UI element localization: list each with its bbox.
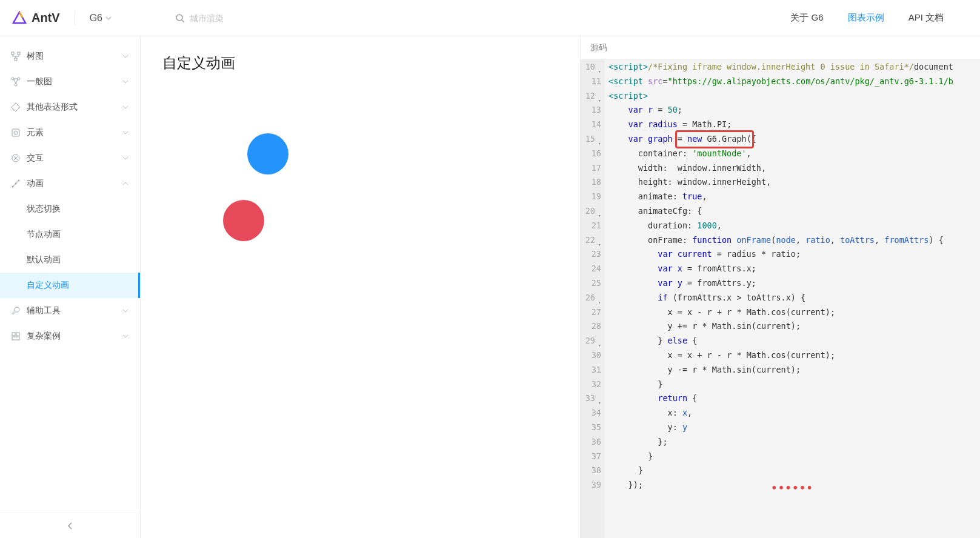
- search: [175, 13, 776, 23]
- animation-icon: [11, 179, 21, 188]
- logo[interactable]: AntV: [12, 11, 60, 25]
- code-lines[interactable]: <script>/*Fixing iframe window.innerHeig…: [605, 60, 980, 538]
- sidebar-label: 其他表达形式: [27, 102, 116, 113]
- search-icon: [175, 13, 185, 23]
- node-blue[interactable]: [247, 133, 288, 174]
- sidebar-item-state[interactable]: 状态切换: [0, 196, 140, 222]
- sidebar-label: 元素: [27, 127, 116, 138]
- chevron-up-icon: [122, 180, 129, 187]
- nav-about[interactable]: 关于 G6: [790, 12, 823, 24]
- search-input[interactable]: [190, 13, 311, 23]
- interact-icon: [11, 153, 21, 163]
- sidebar-group-other[interactable]: 其他表达形式: [0, 95, 140, 120]
- ellipsis-annotation: ••••••: [772, 481, 814, 496]
- chevron-down-icon: [122, 53, 129, 60]
- tool-icon: [11, 306, 21, 316]
- svg-rect-14: [12, 337, 19, 340]
- svg-rect-13: [16, 333, 19, 336]
- node-red[interactable]: [223, 200, 264, 241]
- graph-icon: [11, 77, 21, 87]
- code-tab-source[interactable]: 源码: [581, 36, 980, 60]
- header: AntV G6 关于 G6 图表示例 API 文档: [0, 0, 980, 36]
- sidebar-group-animation[interactable]: 动画: [0, 171, 140, 196]
- svg-point-0: [176, 15, 182, 21]
- sidebar-group-interact[interactable]: 交互: [0, 145, 140, 171]
- sidebar-item-custom-anim[interactable]: 自定义动画: [0, 273, 140, 298]
- svg-point-5: [18, 78, 20, 80]
- svg-point-8: [14, 131, 18, 134]
- sidebar-group-element[interactable]: 元素: [0, 120, 140, 145]
- element-icon: [11, 128, 21, 138]
- svg-rect-2: [18, 52, 20, 55]
- sidebar-label: 树图: [27, 51, 116, 62]
- brand-text: AntV: [32, 11, 60, 25]
- svg-point-6: [15, 84, 17, 86]
- sidebar-item-default-anim[interactable]: 默认动画: [0, 247, 140, 273]
- separator: [75, 11, 75, 25]
- chevron-down-icon: [122, 78, 129, 85]
- sidebar-group-general[interactable]: 一般图: [0, 69, 140, 95]
- sidebar-label: 动画: [27, 178, 116, 189]
- sidebar-label: 一般图: [27, 76, 116, 87]
- preview-canvas[interactable]: [162, 85, 558, 327]
- product-dropdown[interactable]: G6: [90, 13, 112, 24]
- complex-icon: [11, 331, 21, 341]
- nav-api[interactable]: API 文档: [908, 12, 944, 24]
- preview-panel: 自定义动画: [141, 36, 580, 538]
- svg-point-4: [12, 78, 14, 80]
- sidebar-label: 复杂案例: [27, 331, 116, 342]
- chevron-down-icon: [122, 307, 129, 314]
- sidebar-group-tree[interactable]: 树图: [0, 44, 140, 69]
- product-label: G6: [90, 13, 102, 24]
- svg-rect-3: [15, 58, 17, 61]
- chevron-down-icon: [122, 154, 129, 162]
- chevron-left-icon: [66, 522, 75, 530]
- svg-rect-1: [12, 52, 14, 55]
- code-panel: 源码 10▾1112▾131415▾1617181920▾2122▾232425…: [580, 36, 980, 538]
- sidebar-group-complex[interactable]: 复杂案例: [0, 324, 140, 349]
- gutter: 10▾1112▾131415▾1617181920▾2122▾23242526▾…: [581, 60, 605, 538]
- svg-rect-7: [12, 129, 19, 136]
- chevron-down-icon: [122, 333, 129, 340]
- sidebar-group-tool[interactable]: 辅助工具: [0, 298, 140, 324]
- sidebar-item-node-anim[interactable]: 节点动画: [0, 222, 140, 247]
- sidebar-label: 辅助工具: [27, 305, 116, 316]
- code-editor[interactable]: 10▾1112▾131415▾1617181920▾2122▾23242526▾…: [581, 60, 980, 538]
- tree-icon: [11, 51, 21, 61]
- chevron-down-icon: [122, 104, 129, 111]
- page-title: 自定义动画: [162, 53, 558, 73]
- nav-examples[interactable]: 图表示例: [848, 12, 884, 24]
- chevron-down-icon: [105, 15, 112, 22]
- chevron-down-icon: [122, 129, 129, 136]
- svg-rect-12: [12, 333, 15, 336]
- sidebar: 树图 一般图 其他表达形式 元素 交互: [0, 36, 141, 538]
- shape-icon: [11, 102, 21, 112]
- sidebar-label: 交互: [27, 153, 116, 164]
- antv-logo-icon: [12, 11, 27, 25]
- top-nav: 关于 G6 图表示例 API 文档: [790, 12, 944, 24]
- sidebar-collapse-button[interactable]: [0, 513, 140, 538]
